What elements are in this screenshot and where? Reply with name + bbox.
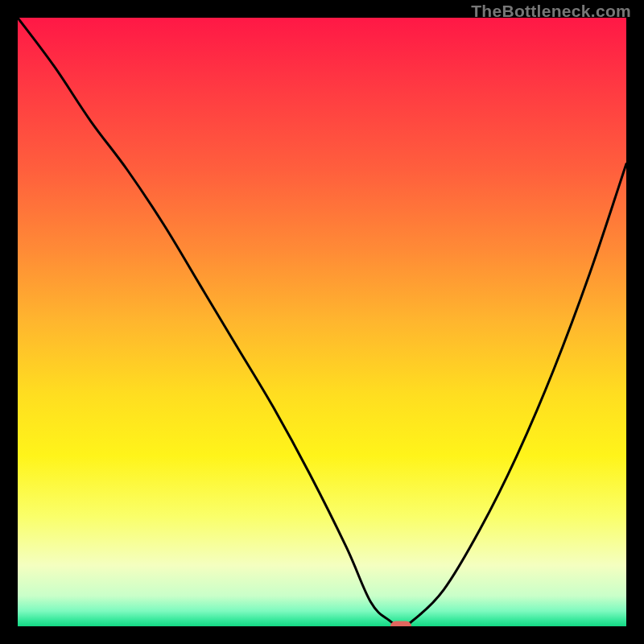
plot-area	[18, 18, 626, 626]
chart-container: TheBottleneck.com	[0, 0, 644, 644]
watermark-text: TheBottleneck.com	[471, 2, 631, 21]
optimal-marker	[390, 621, 411, 627]
bottleneck-curve	[18, 18, 626, 626]
